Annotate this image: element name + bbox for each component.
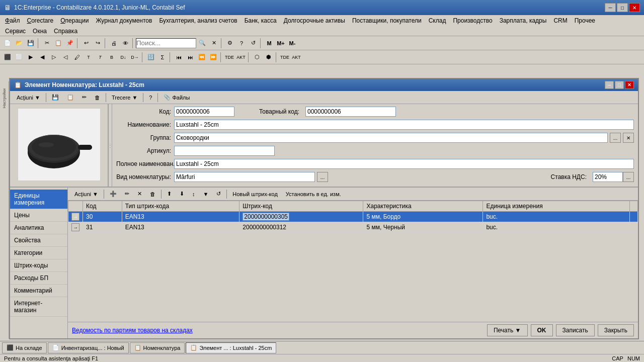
set-unit-btn[interactable]: Установить в ед. изм. xyxy=(282,189,345,199)
tovar-kod-input[interactable] xyxy=(305,107,396,117)
tab-refresh-btn[interactable]: ↺ xyxy=(213,189,224,199)
tb2-6[interactable]: ◁ xyxy=(60,52,71,63)
col-header-kod[interactable]: Код xyxy=(83,201,122,212)
tb2-d1[interactable]: D↓ xyxy=(118,52,129,63)
col-header-barcode[interactable]: Штрих-код xyxy=(239,201,363,212)
tb-redo[interactable]: ↪ xyxy=(92,38,103,49)
tab-delete-btn[interactable]: ✕ xyxy=(134,189,145,199)
copy-doc-btn[interactable]: 📋 xyxy=(63,93,77,103)
tb2-tde1[interactable]: TDE xyxy=(224,52,235,63)
tab-add-btn[interactable]: ➕ xyxy=(106,189,120,199)
tb-mplus[interactable]: M+ xyxy=(275,38,286,49)
doc-maximize[interactable]: □ xyxy=(615,81,624,89)
menu-prod[interactable]: Производство xyxy=(450,16,495,25)
save-btn[interactable]: Записать xyxy=(556,324,595,336)
vedomost-link[interactable]: Ведомость по партиям товаров на складах xyxy=(72,327,193,334)
tb2-format2[interactable]: T xyxy=(95,52,106,63)
vid-input[interactable] xyxy=(174,172,315,182)
tb-m[interactable]: M xyxy=(264,38,275,49)
minimize-button[interactable]: ─ xyxy=(605,3,616,12)
artikul-input[interactable] xyxy=(174,146,275,156)
tb2-nav3[interactable]: ⏪ xyxy=(196,52,207,63)
nav-tab-analytics[interactable]: Аналитика xyxy=(10,222,67,234)
nav-tab-barcodes[interactable]: Штрих-коды xyxy=(10,259,67,272)
gruppa-clear-btn[interactable]: ✕ xyxy=(623,133,634,143)
tb-refresh[interactable]: ↺ xyxy=(248,38,259,49)
tb2-4[interactable]: ◀ xyxy=(37,52,48,63)
doc-close[interactable]: ✕ xyxy=(625,81,634,89)
tb-mminus[interactable]: M- xyxy=(287,38,298,49)
trecere-btn[interactable]: Trecere ▼ xyxy=(108,93,141,103)
tb-cut[interactable]: ✂ xyxy=(41,38,52,49)
new-barcode-btn[interactable]: Новый штрих-код xyxy=(229,189,281,199)
tb-open[interactable]: 📂 xyxy=(14,38,25,49)
maximize-button[interactable]: □ xyxy=(617,3,628,12)
nav-tab-expenses[interactable]: Расходы БП xyxy=(10,272,67,285)
tb2-tde2[interactable]: TDE xyxy=(279,52,290,63)
tb2-nav1[interactable]: ⏮ xyxy=(173,52,184,63)
col-header-tip[interactable]: Тип штрих-кода xyxy=(122,201,239,212)
tb2-sum[interactable]: Σ xyxy=(157,52,168,63)
tb2-nav2[interactable]: ⏭ xyxy=(185,52,196,63)
gruppa-dots-btn[interactable]: ... xyxy=(610,133,621,143)
tb-filter[interactable]: ⚙ xyxy=(224,38,235,49)
row2-tip[interactable]: EAN13 xyxy=(122,222,239,233)
taskbar-nomenk[interactable]: 📋 Номенклатура xyxy=(130,342,185,353)
actions-menu[interactable]: Acţiuni ▼ xyxy=(13,93,44,103)
doc-title-controls[interactable]: ─ □ ✕ xyxy=(605,81,634,89)
nav-tab-categories[interactable]: Категории xyxy=(10,247,67,259)
col-header-unit[interactable]: Единица измерения xyxy=(483,201,630,212)
stavka-dots-btn[interactable]: ... xyxy=(623,172,634,182)
tb2-3[interactable]: ▶ xyxy=(25,52,36,63)
taskbar-element[interactable]: 📋 Элемент ... : Luxstahl - 25cm xyxy=(186,342,276,353)
menu-sklad[interactable]: Склад xyxy=(426,16,449,25)
tab-move-btn[interactable]: ↕ xyxy=(189,189,199,199)
row1-kod[interactable]: 30 xyxy=(83,212,122,222)
delete-doc-btn[interactable]: 🗑 xyxy=(91,93,104,103)
tb2-misc2[interactable]: ⬢ xyxy=(263,52,274,63)
tb-new[interactable]: 📄 xyxy=(2,38,13,49)
row1-barcode[interactable]: 2000000000305 xyxy=(239,212,363,222)
naim-input[interactable] xyxy=(174,120,634,130)
table-row[interactable]: → 31 EAN13 2000000000312 5 мм, Черный bu… xyxy=(68,222,638,233)
kod-input[interactable] xyxy=(174,107,234,117)
menu-operatii[interactable]: Операции xyxy=(57,16,92,25)
tab-del2-btn[interactable]: 🗑 xyxy=(146,189,159,199)
taskbar-inventory[interactable]: 📄 Инвентаризац... : Новый xyxy=(48,342,129,353)
nav-tab-properties[interactable]: Свойства xyxy=(10,234,67,247)
nav-tab-prices[interactable]: Цены xyxy=(10,209,67,222)
menu-crm[interactable]: CRM xyxy=(550,16,570,25)
help-doc-btn[interactable]: ? xyxy=(145,93,155,103)
menu-servis[interactable]: Сервис xyxy=(2,27,29,36)
tab-up-btn[interactable]: ⬆ xyxy=(164,189,175,199)
tb2-2[interactable]: ⬜ xyxy=(14,52,25,63)
fullnaim-input[interactable] xyxy=(174,159,634,169)
tb2-nav4[interactable]: ⏩ xyxy=(208,52,219,63)
ok-btn[interactable]: OK xyxy=(531,324,553,336)
tab-edit-btn[interactable]: ✏ xyxy=(121,189,133,199)
tb2-akt2[interactable]: AKT xyxy=(291,52,302,63)
tb2-1[interactable]: ⬛ xyxy=(2,52,13,63)
tb2-7[interactable]: 🖊 xyxy=(71,52,83,63)
taskbar-warehouse[interactable]: ⬛ На складе xyxy=(2,342,47,353)
tb2-format1[interactable]: T xyxy=(83,52,94,63)
close-button[interactable]: ✕ xyxy=(629,3,640,12)
tb-undo[interactable]: ↩ xyxy=(80,38,92,49)
row2-kod[interactable]: 31 xyxy=(83,222,122,233)
row2-unit[interactable]: buc. xyxy=(483,222,630,233)
tb-print[interactable]: 🖨 xyxy=(108,38,119,49)
menu-corectare[interactable]: Corectare xyxy=(24,16,57,25)
tb2-5[interactable]: ▷ xyxy=(48,52,59,63)
tb-preview[interactable]: 👁 xyxy=(120,38,131,49)
vid-dots-btn[interactable]: ... xyxy=(317,172,328,182)
nav-tab-comment[interactable]: Комментарий xyxy=(10,285,67,297)
row2-char[interactable]: 5 мм, Черный xyxy=(363,222,483,233)
menu-bank[interactable]: Банк, касса xyxy=(242,16,280,25)
close-doc-btn[interactable]: Закрыть xyxy=(598,324,634,336)
tb-paste[interactable]: 📌 xyxy=(64,38,75,49)
nav-tab-shop[interactable]: Интернет-магазин xyxy=(10,297,67,317)
menu-okna[interactable]: Окна xyxy=(30,27,50,36)
menu-suppliers[interactable]: Поставщики, покупатели xyxy=(349,16,425,25)
row2-barcode[interactable]: 2000000000312 xyxy=(239,222,363,233)
tb-search-clear[interactable]: ✕ xyxy=(208,38,219,49)
